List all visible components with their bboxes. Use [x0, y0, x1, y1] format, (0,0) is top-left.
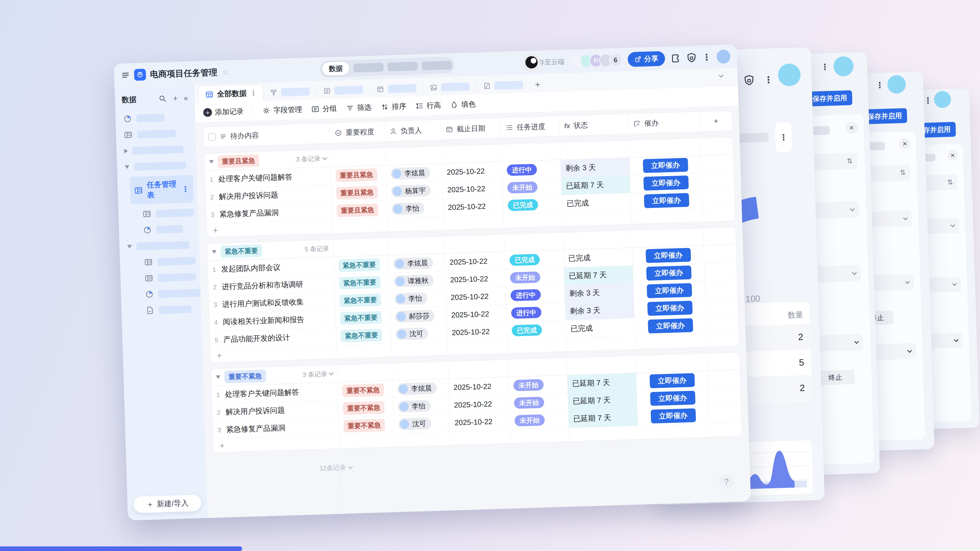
priority-cell[interactable]: 紧急不重要 — [335, 291, 390, 310]
priority-cell[interactable]: 紧急不重要 — [336, 326, 391, 345]
add-column-button[interactable]: + — [700, 111, 732, 132]
progress-cell[interactable]: 未开始 — [505, 268, 565, 287]
owner-cell[interactable]: 李怡 — [390, 289, 446, 308]
sidebar-item[interactable] — [127, 240, 199, 251]
owner-cell[interactable]: 李炫晨 — [389, 254, 445, 273]
puzzle-icon[interactable] — [671, 53, 681, 63]
sidebar-item[interactable] — [144, 256, 200, 267]
terminate-button[interactable]: 终止 — [816, 370, 855, 385]
search-icon[interactable] — [159, 94, 167, 103]
progress-cell[interactable]: 已完成 — [505, 250, 564, 269]
owner-cell[interactable]: 李炫晨 — [393, 379, 449, 398]
progress-cell[interactable]: 未开始 — [509, 375, 568, 394]
new-import-button[interactable]: ＋ 新建/导入 — [134, 495, 202, 513]
share-button[interactable]: 分享 — [628, 51, 665, 67]
sidebar-item[interactable] — [124, 128, 196, 140]
save-enable-button[interactable]: 保存并启用 — [807, 91, 853, 106]
view-tab-skeleton[interactable] — [369, 82, 423, 95]
segment-data[interactable]: 数据 — [322, 62, 350, 76]
priority-cell[interactable]: 紧急不重要 — [334, 256, 389, 275]
remind-now-button[interactable]: 立即催办 — [647, 301, 693, 316]
tab-all-data[interactable]: 全部数据 ⋮ — [199, 85, 263, 103]
sidebar-item[interactable] — [123, 112, 195, 124]
filter-button[interactable]: 筛选 — [346, 103, 372, 113]
status-cell[interactable]: 剩余 3 天 — [565, 283, 634, 302]
due-date-cell[interactable]: 2025-10-22 — [442, 179, 503, 198]
progress-cell[interactable]: 已完成 — [503, 195, 562, 214]
remind-now-button[interactable]: 立即催办 — [646, 265, 692, 281]
sidebar-item[interactable] — [124, 144, 196, 156]
row-height-button[interactable]: 行高 — [415, 100, 441, 111]
priority-cell[interactable]: 紧急不重要 — [334, 273, 390, 292]
expand-arrow-icon[interactable] — [124, 149, 128, 153]
due-date-cell[interactable]: 2025-10-22 — [450, 413, 510, 432]
star-favorite-icon[interactable]: ☆ — [222, 67, 229, 77]
status-cell[interactable]: 已完成 — [563, 248, 633, 267]
field-manage-button[interactable]: 字段管理 — [262, 105, 302, 116]
sidebar-item-task-table[interactable]: 任务管理表 ⋮ — [130, 175, 194, 205]
status-cell[interactable]: 已延期 7 天 — [567, 373, 637, 392]
more-menu-icon[interactable]: ⋮ — [702, 52, 711, 62]
column-header-due[interactable]: 截止日期 — [441, 118, 501, 140]
due-date-cell[interactable]: 2025-10-22 — [443, 197, 504, 216]
column-header-owner[interactable]: 负责人 — [385, 120, 441, 141]
priority-cell[interactable]: 重要不紧急 — [337, 381, 393, 400]
due-date-cell[interactable]: 2025-10-22 — [446, 287, 506, 306]
remind-now-button[interactable]: 立即催办 — [646, 283, 692, 298]
progress-cell[interactable]: 未开始 — [510, 410, 569, 430]
owner-cell[interactable]: 李怡 — [393, 397, 450, 416]
status-cell[interactable]: 已完成 — [562, 193, 631, 212]
close-icon[interactable]: × — [845, 121, 858, 134]
item-menu-icon[interactable]: ⋮ — [181, 184, 189, 194]
priority-cell[interactable]: 重要且紧急 — [331, 183, 387, 202]
sidebar-item[interactable] — [143, 208, 199, 219]
status-cell[interactable]: 已延期 7 天 — [568, 408, 638, 428]
remind-now-button[interactable]: 立即催办 — [650, 391, 695, 406]
fill-color-button[interactable]: 填色 — [450, 99, 476, 110]
remind-now-button[interactable]: 立即催办 — [649, 373, 695, 388]
add-icon[interactable]: ＋ — [171, 93, 179, 103]
sidebar-item[interactable] — [125, 160, 197, 172]
more-menu-icon[interactable]: ⋮ — [821, 62, 829, 72]
group-collapse-icon[interactable] — [209, 160, 214, 164]
owner-cell[interactable]: 谭雅秋 — [389, 271, 446, 291]
hamburger-menu-icon[interactable] — [121, 70, 130, 80]
progress-cell[interactable]: 进行中 — [506, 285, 565, 305]
shield-lock-icon[interactable] — [686, 52, 697, 63]
view-tab-skeleton[interactable] — [316, 84, 370, 97]
status-cell[interactable]: 已延期 7 天 — [564, 265, 633, 285]
owner-cell[interactable]: 沈可 — [393, 414, 450, 433]
status-cell[interactable]: 已完成 — [566, 318, 635, 338]
view-tab-skeleton[interactable] — [476, 79, 530, 92]
collapse-arrow-icon[interactable] — [127, 245, 132, 249]
group-collapse-icon[interactable] — [212, 250, 216, 254]
remind-now-button[interactable]: 立即催办 — [644, 193, 689, 208]
group-button[interactable]: 分组 — [311, 103, 337, 114]
group-record-count[interactable]: 5 条记录 — [305, 244, 334, 253]
priority-cell[interactable]: 重要且紧急 — [332, 201, 387, 220]
due-date-cell[interactable]: 2025-10-22 — [449, 395, 510, 414]
group-collapse-icon[interactable] — [216, 375, 220, 379]
column-header-status[interactable]: fx 状态 — [559, 114, 628, 136]
due-date-cell[interactable]: 2025-10-22 — [449, 377, 509, 396]
sort-button[interactable]: 排序 — [380, 102, 406, 112]
due-date-cell[interactable]: 2025-10-22 — [442, 162, 503, 181]
column-header-progress[interactable]: 任务进度 — [501, 116, 560, 138]
progress-cell[interactable]: 进行中 — [506, 303, 566, 322]
sidebar-item[interactable] — [145, 288, 201, 299]
column-header-task[interactable]: 待办内容 — [204, 123, 330, 147]
tab-menu-icon[interactable]: ⋮ — [250, 89, 257, 97]
due-date-cell[interactable]: 2025-10-22 — [446, 305, 507, 324]
close-icon[interactable]: × — [947, 150, 958, 161]
collapse-arrow-icon[interactable] — [125, 165, 129, 169]
progress-cell[interactable]: 进行中 — [502, 160, 561, 179]
sidebar-item[interactable] — [146, 304, 202, 315]
remind-now-button[interactable]: 立即催办 — [643, 158, 688, 173]
priority-cell[interactable]: 重要不紧急 — [338, 399, 393, 418]
select-all-checkbox[interactable] — [208, 133, 216, 141]
owner-cell[interactable]: 杨算宇 — [386, 181, 443, 200]
progress-cell[interactable]: 未开始 — [503, 178, 562, 197]
user-avatar[interactable] — [716, 49, 730, 64]
progress-cell[interactable]: 已完成 — [507, 321, 566, 340]
more-menu-icon[interactable]: ⋮ — [875, 80, 884, 90]
